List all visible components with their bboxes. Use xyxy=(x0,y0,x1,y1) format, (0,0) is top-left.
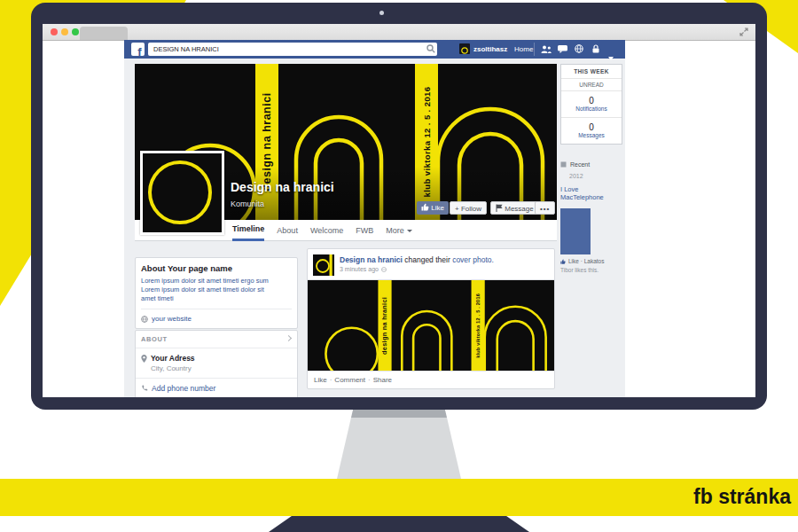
tab-fwb[interactable]: FWB xyxy=(356,220,373,241)
address-value: City, Country xyxy=(151,364,292,372)
post-object-link[interactable]: cover photo. xyxy=(452,255,494,264)
camera-dot xyxy=(379,11,384,15)
post-cover-stripe-1: design na hranici xyxy=(378,280,391,372)
monitor-stand-neck xyxy=(337,410,461,479)
search-icon[interactable] xyxy=(426,44,435,53)
messages-icon[interactable] xyxy=(558,45,567,53)
post-author-link[interactable]: Design na hranici xyxy=(340,255,403,264)
post-cover-art: design na hranici klub viktorka 12 . 5 .… xyxy=(308,280,554,372)
page-category: Komunita xyxy=(231,200,264,208)
caret-down-icon xyxy=(407,230,412,232)
about-section-header[interactable]: ABOUT xyxy=(136,331,297,348)
timeline-post: Design na hranici changed their cover ph… xyxy=(307,248,555,389)
website-globe-icon xyxy=(141,316,148,323)
yellow-caption-band xyxy=(0,479,798,516)
divider xyxy=(141,309,292,309)
follow-button-label: + Follow xyxy=(455,205,481,213)
search-input[interactable] xyxy=(148,43,437,56)
about-box-text-line: Lorem ipsum dolor sit amet timeti ergo s… xyxy=(141,277,292,286)
monitor-stand-base xyxy=(269,516,529,532)
profile-name-link[interactable]: zsoltihasz xyxy=(473,45,507,53)
chevron-right-icon xyxy=(286,335,292,341)
add-phone-label: Add phone number xyxy=(152,384,215,393)
tab-timeline[interactable]: Timeline xyxy=(232,220,264,241)
zoom-window-button[interactable] xyxy=(72,28,79,35)
messages-link[interactable]: Messages xyxy=(561,132,622,144)
post-author-avatar[interactable] xyxy=(313,254,334,276)
profile-picture[interactable] xyxy=(140,151,224,235)
post-action-text: changed their xyxy=(404,255,450,264)
friend-requests-icon[interactable] xyxy=(541,45,552,53)
thumb-up-icon xyxy=(421,203,429,211)
notifications-globe-icon[interactable] xyxy=(575,44,583,53)
sidebar-like-line[interactable]: Like · Lakatos xyxy=(560,258,604,264)
suggested-page-link[interactable]: I Love MacTelephone xyxy=(560,185,617,201)
fullscreen-icon[interactable] xyxy=(739,27,748,36)
website-link[interactable]: your website xyxy=(141,315,292,323)
page-title[interactable]: Design na hranici xyxy=(231,180,334,194)
minimize-window-button[interactable] xyxy=(61,28,68,35)
thumb-up-small-icon xyxy=(560,259,566,264)
home-link[interactable]: Home xyxy=(514,45,533,53)
close-window-button[interactable] xyxy=(51,28,58,35)
page-tabs: Timeline About Welcome FWB More xyxy=(232,220,412,241)
recent-row[interactable]: Recent xyxy=(560,161,590,168)
browser-titlebar xyxy=(43,24,755,41)
about-box-text-line: amet timeti xyxy=(141,294,292,303)
about-box-title: About Your page name xyxy=(141,263,292,273)
like-button[interactable]: Like xyxy=(417,201,449,215)
post-header: Design na hranici changed their cover ph… xyxy=(308,249,554,279)
topbar-divider xyxy=(534,43,535,56)
notifications-link[interactable]: Notifications xyxy=(561,106,622,118)
follow-button[interactable]: + Follow xyxy=(450,201,487,215)
facebook-logo-letter: f xyxy=(137,45,141,56)
message-button-label: Message xyxy=(505,205,533,213)
post-like-link[interactable]: Like xyxy=(314,376,327,384)
recent-tag-icon xyxy=(560,161,567,168)
post-comment-link[interactable]: Comment xyxy=(334,376,365,384)
post-avatar-art xyxy=(313,254,334,276)
profile-picture-art xyxy=(143,153,222,232)
about-section-header-label: ABOUT xyxy=(141,335,168,343)
tab-welcome[interactable]: Welcome xyxy=(310,220,343,241)
settings-caret-icon[interactable] xyxy=(608,48,614,64)
tab-about[interactable]: About xyxy=(277,220,298,241)
browser-tab[interactable] xyxy=(80,27,128,40)
add-phone-link[interactable]: Add phone number xyxy=(136,378,297,397)
monitor-frame: f zsoltihasz Home xyxy=(31,3,767,410)
user-avatar-art xyxy=(459,45,470,56)
address-label: Your Adress xyxy=(151,354,195,363)
facebook-page: f zsoltihasz Home xyxy=(124,40,625,397)
post-timestamp[interactable]: 3 minutes ago xyxy=(340,266,379,272)
flag-icon xyxy=(496,204,503,212)
suggested-page-thumbnail[interactable] xyxy=(560,208,591,254)
caption-fb-stranka: fb stránka xyxy=(693,485,791,509)
post-share-link[interactable]: Share xyxy=(373,376,392,384)
sidebar-likes-text: Tibor likes this. xyxy=(560,267,598,273)
message-button[interactable]: Message xyxy=(490,201,539,215)
more-options-label: ••• xyxy=(540,205,550,213)
facebook-logo[interactable]: f xyxy=(131,43,145,56)
like-button-label: Like xyxy=(431,204,444,212)
website-link-label: your website xyxy=(152,315,192,323)
recent-year-link[interactable]: 2012 xyxy=(569,173,583,179)
unread-header: UNREAD xyxy=(561,79,622,91)
facebook-top-bar: f zsoltihasz Home xyxy=(124,40,625,59)
privacy-lock-icon[interactable] xyxy=(592,44,599,53)
tab-more-label: More xyxy=(386,226,404,235)
about-page-box: About Your page name Lorem ipsum dolor s… xyxy=(135,257,298,329)
post-cover-letterforms xyxy=(308,280,554,372)
post-image[interactable]: design na hranici klub viktorka 12 . 5 .… xyxy=(308,279,554,372)
more-options-button[interactable]: ••• xyxy=(535,201,555,215)
this-week-header: THIS WEEK xyxy=(561,65,622,79)
sidebar-like-label: Like · Lakatos xyxy=(568,258,604,264)
post-cover-stripe-2: klub viktorka 12 . 5 . 2016 xyxy=(472,280,485,372)
post-cover-stripe-2-text: klub viktorka 12 . 5 . 2016 xyxy=(475,293,481,358)
user-avatar[interactable] xyxy=(459,43,470,54)
poster-scene: f zsoltihasz Home xyxy=(0,0,798,532)
tab-more[interactable]: More xyxy=(386,220,412,241)
address-block[interactable]: Your Adress City, Country xyxy=(136,348,297,378)
notifications-count: 0 xyxy=(561,91,622,106)
separator: · xyxy=(330,376,332,384)
privacy-globe-icon xyxy=(381,267,387,272)
